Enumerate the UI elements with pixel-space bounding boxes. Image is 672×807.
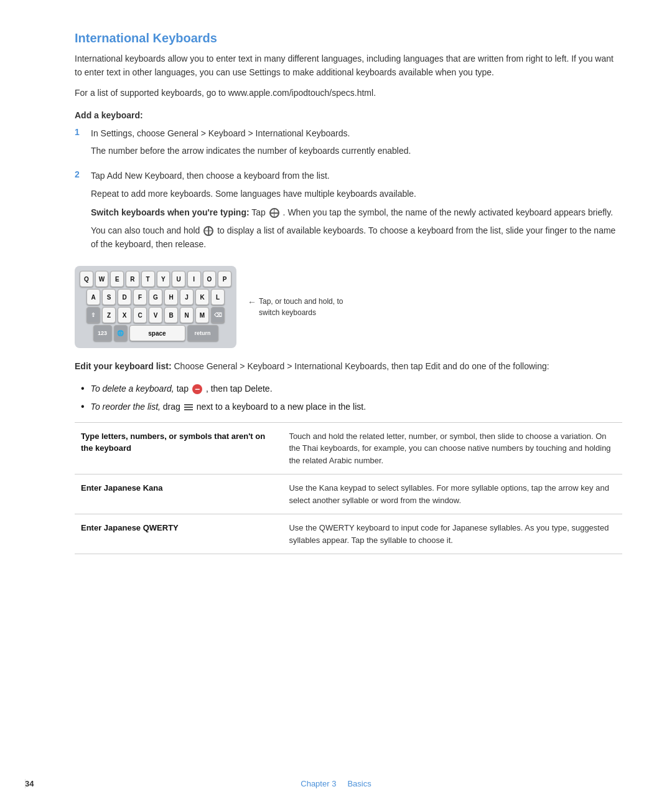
footer-chapter: Chapter 3 Basics bbox=[50, 779, 622, 788]
table-row-3-col2: Use the QWERTY keyboard to input code fo… bbox=[282, 514, 622, 554]
key-j: J bbox=[180, 289, 194, 305]
step-2: 2 Tap Add New Keyboard, then choose a ke… bbox=[75, 169, 622, 255]
bullet-2: • To reorder the list, drag next to a ke… bbox=[81, 400, 622, 413]
globe-icon-hold bbox=[203, 226, 213, 236]
left-border bbox=[25, 779, 26, 788]
key-x: X bbox=[118, 307, 131, 323]
bullet-1-end: , then tap Delete. bbox=[206, 384, 273, 394]
key-v: V bbox=[149, 307, 162, 323]
key-c: C bbox=[133, 307, 147, 323]
step-2-text: Tap Add New Keyboard, then choose a keyb… bbox=[91, 169, 622, 182]
bullet-1-text: tap bbox=[177, 384, 191, 394]
bullet-2-text: drag bbox=[163, 402, 183, 412]
edit-section: Edit your keyboard list: Choose General … bbox=[75, 359, 622, 373]
bullet-list: • To delete a keyboard, tap − , then tap… bbox=[81, 382, 622, 413]
keyboard-caption: ← Tap, or touch and hold, to switch keyb… bbox=[248, 296, 347, 318]
keyboard-diagram: Q W E R T Y U I O P A S D F G H J K L bbox=[75, 266, 622, 348]
table-row-2-col1: Enter Japanese Kana bbox=[75, 474, 282, 514]
step-1-content: In Settings, choose General > Keyboard >… bbox=[91, 126, 622, 162]
caption-line: ← Tap, or touch and hold, to switch keyb… bbox=[248, 296, 347, 318]
bullet-1-dot: • bbox=[81, 382, 85, 395]
intro-para1: International keyboards allow you to ent… bbox=[75, 52, 622, 80]
step-2-num: 2 bbox=[75, 169, 87, 179]
edit-label: Edit your keyboard list: bbox=[75, 361, 172, 371]
section-title: International Keyboards bbox=[75, 31, 622, 45]
footer-chapter-name: Basics bbox=[347, 779, 371, 788]
bullet-2-content: To reorder the list, drag next to a keyb… bbox=[91, 400, 366, 413]
key-delete: ⌫ bbox=[211, 307, 225, 323]
table-row-1-col2: Touch and hold the related letter, numbe… bbox=[282, 422, 622, 474]
page-content: International Keyboards International ke… bbox=[0, 0, 672, 604]
key-123: 123 bbox=[93, 325, 112, 341]
kb-row-3: ⇧ Z X C V B N M ⌫ bbox=[80, 307, 231, 323]
keyboard-image: Q W E R T Y U I O P A S D F G H J K L bbox=[75, 266, 236, 348]
reorder-icon bbox=[184, 404, 193, 410]
key-p: P bbox=[218, 271, 231, 287]
step-1-text: In Settings, choose General > Keyboard >… bbox=[91, 126, 622, 140]
key-m: M bbox=[195, 307, 209, 323]
switch-text: Tap bbox=[251, 207, 268, 217]
hold-text-1: You can also touch and hold bbox=[91, 225, 202, 235]
key-u: U bbox=[172, 271, 185, 287]
step-2-sub: Repeat to add more keyboards. Some langu… bbox=[91, 187, 622, 201]
key-e: E bbox=[110, 271, 124, 287]
bullet-1-content: To delete a keyboard, tap − , then tap D… bbox=[91, 382, 273, 395]
table-row-2-col2: Use the Kana keypad to select syllables.… bbox=[282, 474, 622, 514]
table-row-1-col1: Type letters, numbers, or symbols that a… bbox=[75, 422, 282, 474]
switch-text2: . When you tap the symbol, the name of t… bbox=[283, 207, 613, 217]
key-globe: 🌐 bbox=[114, 325, 128, 341]
kb-row-1: Q W E R T Y U I O P bbox=[80, 271, 231, 287]
key-i: I bbox=[187, 271, 201, 287]
key-q: Q bbox=[80, 271, 93, 287]
table-body: Type letters, numbers, or symbols that a… bbox=[75, 422, 622, 554]
key-o: O bbox=[203, 271, 217, 287]
kb-row-4: 123 🌐 space return bbox=[80, 325, 231, 341]
table-row-1: Type letters, numbers, or symbols that a… bbox=[75, 422, 622, 474]
bullet-2-italic: To reorder the list, bbox=[91, 402, 161, 412]
caption-text: Tap, or touch and hold, to switch keyboa… bbox=[259, 296, 347, 318]
caption-text-content: Tap, or touch and hold, to switch keyboa… bbox=[259, 297, 343, 317]
footer: 34 Chapter 3 Basics bbox=[0, 779, 672, 788]
step-1-sub: The number before the arrow indicates th… bbox=[91, 144, 622, 158]
key-y: Y bbox=[157, 271, 170, 287]
table-row-3: Enter Japanese QWERTY Use the QWERTY key… bbox=[75, 514, 622, 554]
bullet-2-dot: • bbox=[81, 400, 85, 413]
key-d: D bbox=[118, 289, 131, 305]
key-g: G bbox=[149, 289, 162, 305]
key-w: W bbox=[95, 271, 109, 287]
switch-keyboards-text: Switch keyboards when you're typing: Tap… bbox=[91, 205, 622, 219]
bullet-1-italic: To delete a keyboard, bbox=[91, 384, 174, 394]
key-a: A bbox=[86, 289, 100, 305]
table-row-3-col1: Enter Japanese QWERTY bbox=[75, 514, 282, 554]
bullet-2-end: next to a keyboard to a new place in the… bbox=[197, 402, 366, 412]
info-table: Type letters, numbers, or symbols that a… bbox=[75, 422, 622, 555]
intro-para2: For a list of supported keyboards, go to… bbox=[75, 86, 622, 100]
key-t: T bbox=[141, 271, 155, 287]
key-k: K bbox=[195, 289, 209, 305]
delete-icon: − bbox=[192, 384, 202, 394]
steps-list: 1 In Settings, choose General > Keyboard… bbox=[75, 126, 622, 255]
key-h: H bbox=[164, 289, 178, 305]
key-return: return bbox=[187, 325, 218, 341]
kb-row-2: A S D F G H J K L bbox=[80, 289, 231, 305]
edit-text: Choose General > Keyboard > Internationa… bbox=[174, 361, 549, 371]
key-shift: ⇧ bbox=[86, 307, 100, 323]
key-z: Z bbox=[102, 307, 116, 323]
key-space: space bbox=[129, 325, 185, 341]
table-row-2: Enter Japanese Kana Use the Kana keypad … bbox=[75, 474, 622, 514]
key-l: L bbox=[211, 289, 225, 305]
step-1: 1 In Settings, choose General > Keyboard… bbox=[75, 126, 622, 162]
step-2-content: Tap Add New Keyboard, then choose a keyb… bbox=[91, 169, 622, 255]
step-1-num: 1 bbox=[75, 127, 87, 137]
hold-text: You can also touch and hold to display a… bbox=[91, 224, 622, 252]
arrow-icon: ← bbox=[248, 296, 256, 309]
globe-icon-switch bbox=[269, 208, 279, 218]
key-b: B bbox=[164, 307, 178, 323]
switch-label: Switch keyboards when you're typing: bbox=[91, 207, 250, 217]
key-s: S bbox=[102, 289, 116, 305]
footer-chapter-label: Chapter 3 bbox=[301, 779, 336, 788]
footer-page-num: 34 bbox=[25, 779, 50, 788]
bullet-1: • To delete a keyboard, tap − , then tap… bbox=[81, 382, 622, 395]
key-n: N bbox=[180, 307, 194, 323]
add-keyboard-heading: Add a keyboard: bbox=[75, 108, 622, 122]
